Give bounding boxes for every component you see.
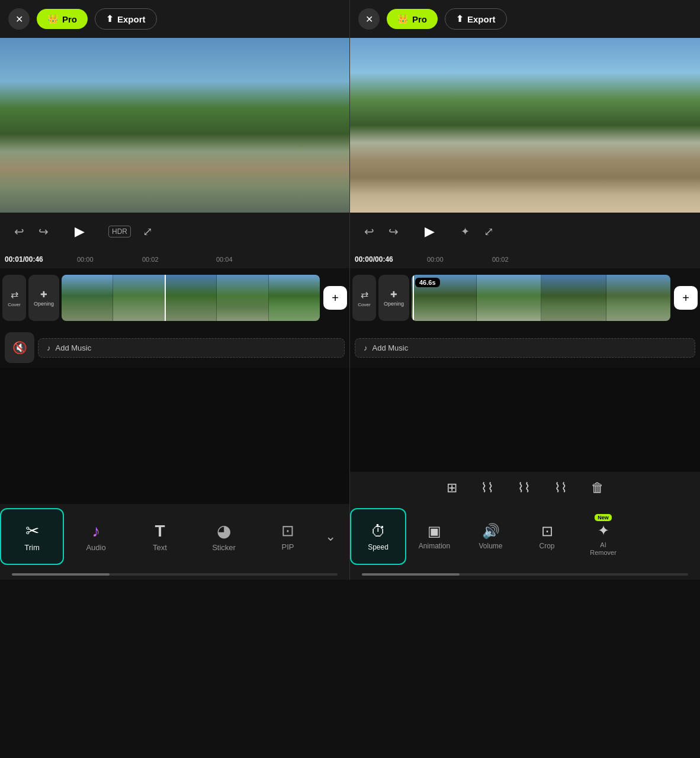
audio-icon: ♪ bbox=[92, 522, 100, 541]
crown-icon-left: 👑 bbox=[47, 14, 59, 24]
add-music-button-left[interactable]: ♪ Add Music bbox=[38, 338, 345, 358]
export-button-left[interactable]: ⬆ Export bbox=[95, 8, 157, 30]
pro-button-right[interactable]: 👑 Pro bbox=[387, 9, 438, 29]
scrollbar-thumb-left[interactable] bbox=[12, 573, 110, 576]
animation-label: Animation bbox=[419, 542, 450, 550]
scrollbar-thumb-right[interactable] bbox=[362, 573, 460, 576]
ruler-02-left: 00:02 bbox=[142, 256, 159, 263]
audio-label: Audio bbox=[86, 543, 105, 552]
undo-button-right[interactable]: ↩ bbox=[362, 222, 377, 241]
export-label-right: Export bbox=[467, 14, 496, 24]
export-label-left: Export bbox=[117, 14, 146, 24]
undo-button-left[interactable]: ↩ bbox=[12, 222, 27, 241]
text-icon: T bbox=[155, 522, 165, 541]
copy-icon-btn[interactable]: ⊞ bbox=[447, 480, 457, 496]
mute-button-left[interactable]: 🔇 bbox=[5, 332, 34, 363]
tool-crop[interactable]: ⊡ Crop bbox=[519, 508, 575, 565]
add-clip-button-right[interactable]: + bbox=[674, 286, 698, 310]
close-icon-left: ✕ bbox=[15, 14, 23, 25]
speed-icon: ⏱ bbox=[371, 522, 386, 541]
extract-icon-btn[interactable]: ⌇⌇ bbox=[554, 480, 567, 496]
magic-button-right[interactable]: ✦ bbox=[458, 223, 472, 240]
tool-ai-remover[interactable]: New ✦ AIRemover bbox=[575, 508, 631, 565]
ai-remover-icon: ✦ bbox=[598, 522, 609, 539]
tool-trim[interactable]: ✂ Trim bbox=[0, 508, 64, 565]
tool-volume[interactable]: 🔊 Volume bbox=[463, 508, 519, 565]
add-clip-button-left[interactable]: + bbox=[323, 286, 347, 310]
ruler-00-left: 00:00 bbox=[77, 256, 94, 263]
volume-icon: 🔊 bbox=[482, 523, 500, 539]
play-button-left[interactable]: ▶ bbox=[72, 221, 87, 242]
video-clip-left[interactable] bbox=[62, 275, 320, 321]
redo-button-right[interactable]: ↪ bbox=[386, 222, 401, 241]
upload-icon-right: ⬆ bbox=[456, 14, 464, 24]
sticker-icon: ◕ bbox=[217, 521, 231, 541]
timecode-right: 00:00/00:46 bbox=[355, 255, 393, 264]
close-icon-right: ✕ bbox=[365, 14, 373, 25]
crop-icon: ⊡ bbox=[541, 523, 553, 539]
new-badge: New bbox=[595, 514, 612, 521]
pip-icon: ⊡ bbox=[281, 522, 294, 540]
split-icon-btn[interactable]: ⌇⌇ bbox=[481, 480, 494, 496]
edit-icons-row: ⊞ ⌇⌇ ⌇⌇ ⌇⌇ 🗑 bbox=[350, 472, 700, 504]
trim-icon: ✂ bbox=[25, 521, 39, 541]
ruler-00-right: 00:00 bbox=[427, 256, 444, 263]
tool-speed[interactable]: ⏱ Speed bbox=[350, 508, 406, 565]
text-label: Text bbox=[153, 543, 167, 552]
hdr-button-left[interactable]: HDR bbox=[108, 226, 131, 237]
trim-icon-btn[interactable]: ⌇⌇ bbox=[518, 480, 531, 496]
volume-label: Volume bbox=[479, 542, 502, 550]
tool-text[interactable]: T Text bbox=[128, 508, 192, 565]
close-button-right[interactable]: ✕ bbox=[358, 8, 380, 30]
pro-label-right: Pro bbox=[412, 14, 427, 24]
tool-pip[interactable]: ⊡ PIP bbox=[256, 508, 320, 565]
delete-icon-btn[interactable]: 🗑 bbox=[591, 480, 604, 496]
redo-button-left[interactable]: ↪ bbox=[36, 222, 51, 241]
animation-icon: ▣ bbox=[428, 523, 441, 539]
pip-label: PIP bbox=[282, 542, 294, 551]
speed-label: Speed bbox=[368, 543, 388, 551]
add-music-button-right[interactable]: ♪ Add Music bbox=[355, 338, 695, 358]
sticker-label: Sticker bbox=[212, 543, 236, 552]
cover-button-right[interactable]: ⇄ Cover bbox=[352, 275, 376, 321]
trim-label: Trim bbox=[24, 543, 40, 552]
crop-label: Crop bbox=[539, 542, 554, 550]
pro-label-left: Pro bbox=[62, 14, 77, 24]
timecode-left: 00:01/00:46 bbox=[5, 255, 43, 264]
cover-button-left[interactable]: ⇄ Cover bbox=[2, 275, 26, 321]
tool-sticker[interactable]: ◕ Sticker bbox=[192, 508, 256, 565]
crown-icon-right: 👑 bbox=[397, 14, 409, 24]
more-button-left[interactable]: ⌄ bbox=[320, 508, 341, 565]
fullscreen-button-left[interactable]: ⤢ bbox=[140, 222, 155, 241]
tool-audio[interactable]: ♪ Audio bbox=[64, 508, 128, 565]
export-button-right[interactable]: ⬆ Export bbox=[445, 8, 507, 30]
play-button-right[interactable]: ▶ bbox=[422, 221, 437, 242]
clip-duration-badge: 46.6s bbox=[415, 278, 440, 287]
video-clip-right[interactable]: 46.6s bbox=[412, 275, 670, 321]
opening-button-left[interactable]: ✚ Opening bbox=[28, 275, 59, 321]
ai-remover-label: AIRemover bbox=[590, 541, 616, 557]
tool-animation[interactable]: ▣ Animation bbox=[406, 508, 463, 565]
ruler-04-left: 00:04 bbox=[216, 256, 233, 263]
close-button-left[interactable]: ✕ bbox=[8, 8, 30, 30]
upload-icon-left: ⬆ bbox=[106, 14, 114, 24]
opening-button-right[interactable]: ✚ Opening bbox=[378, 275, 409, 321]
ruler-02-right: 00:02 bbox=[492, 256, 509, 263]
pro-button-left[interactable]: 👑 Pro bbox=[37, 9, 88, 29]
fullscreen-button-right[interactable]: ⤢ bbox=[481, 222, 496, 241]
